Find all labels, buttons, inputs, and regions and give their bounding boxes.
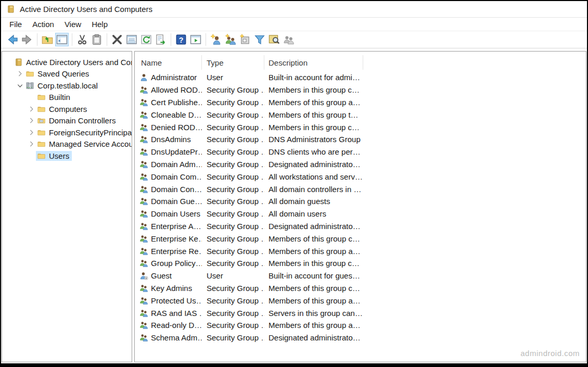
type-cell: Security Group … <box>202 259 264 268</box>
column-header-name[interactable]: Name <box>135 55 202 70</box>
table-row[interactable]: Enterprise Ke…Security Group …Members of… <box>135 232 586 245</box>
menu-view[interactable]: View <box>59 19 86 30</box>
table-row[interactable]: Protected Us…Security Group …Members of … <box>135 294 586 307</box>
column-header-description[interactable]: Description <box>264 55 363 70</box>
show-action-pane-button[interactable] <box>189 33 202 46</box>
table-row[interactable]: Read-only D…Security Group …Members of t… <box>135 319 586 332</box>
group-icon <box>139 222 148 231</box>
menu-action[interactable]: Action <box>27 19 59 30</box>
new-user-button[interactable] <box>209 33 223 46</box>
folder-icon <box>37 151 46 160</box>
new-ou-button[interactable] <box>238 33 252 46</box>
table-row[interactable]: Group Policy…Security Group …Members in … <box>135 257 586 270</box>
tree-item-computers[interactable]: Computers <box>2 103 132 115</box>
name-cell: Read-only D… <box>135 321 202 330</box>
group-icon <box>139 247 148 256</box>
tree-item-label-wrap: Computers <box>36 104 90 114</box>
folder-icon <box>37 128 46 137</box>
tree-item-foreignsecurityprincipals[interactable]: ForeignSecurityPrincipals <box>2 126 132 138</box>
paste-icon <box>91 33 103 46</box>
name-cell: Cert Publishe… <box>135 98 202 107</box>
column-header-type[interactable]: Type <box>202 55 264 70</box>
console-root-icon <box>14 58 23 67</box>
chevron-placeholder <box>4 58 13 66</box>
watermark: admindroid.com <box>520 349 580 358</box>
object-name: Domain Com… <box>151 172 202 181</box>
group-icon <box>139 185 148 194</box>
chevron-right-icon[interactable] <box>27 117 36 125</box>
table-row[interactable]: Domain Con…Security Group …All domain co… <box>135 183 586 195</box>
table-row[interactable]: Enterprise Re…Security Group …Members of… <box>135 245 586 257</box>
help-button[interactable]: ? <box>174 33 188 46</box>
tree-item-active-directory-users-and-comp[interactable]: Active Directory Users and Comp <box>2 56 132 68</box>
tree-item-users[interactable]: Users <box>2 150 132 162</box>
table-row[interactable]: Cloneable D…Security Group …Members of t… <box>135 108 586 121</box>
description-cell: All domain guests <box>264 197 488 206</box>
tree-item-saved-queries[interactable]: Saved Queries <box>2 68 132 80</box>
up-one-level-button[interactable] <box>41 33 54 46</box>
app-icon[interactable] <box>6 5 15 14</box>
tree-item-label: Managed Service Accoun <box>49 140 132 148</box>
table-row[interactable]: Domain Adm…Security Group …Designated ad… <box>135 158 586 171</box>
table-row[interactable]: RAS and IAS …Security Group …Servers in … <box>135 307 586 319</box>
table-row[interactable]: Allowed ROD…Security Group …Members in t… <box>135 84 586 96</box>
table-row[interactable]: Cert Publishe…Security Group …Members of… <box>135 96 586 109</box>
export-list-icon <box>155 33 167 46</box>
description-cell: Members of this group a… <box>264 98 488 107</box>
name-cell: Enterprise A… <box>135 222 202 231</box>
menu-help[interactable]: Help <box>86 19 113 30</box>
filter-button[interactable] <box>253 33 266 46</box>
tree-item-corp-testlab-local[interactable]: Corp.testlab.local <box>2 80 132 92</box>
export-list-button[interactable] <box>154 33 168 46</box>
object-name: Cert Publishe… <box>151 98 202 107</box>
table-row[interactable]: Denied ROD…Security Group …Members in th… <box>135 121 586 133</box>
forward-button[interactable] <box>20 33 34 46</box>
table-row[interactable]: Domain Com…Security Group …All workstati… <box>135 170 586 183</box>
show-console-tree-icon <box>56 33 68 46</box>
paste-button[interactable] <box>90 33 104 46</box>
tree-item-managed-service-accoun[interactable]: Managed Service Accoun <box>2 138 132 150</box>
results-list-panel: NameTypeDescription AdministratorUserBui… <box>134 51 586 362</box>
description-cell: Members of this group a… <box>264 247 488 256</box>
description-cell: All domain controllers in … <box>264 185 488 194</box>
table-row[interactable]: Enterprise A…Security Group …Designated … <box>135 220 586 233</box>
chevron-right-icon[interactable] <box>16 70 24 78</box>
table-row[interactable]: GuestUserBuilt-in account for gues… <box>135 270 586 282</box>
show-console-tree-button[interactable] <box>55 33 69 46</box>
cut-button[interactable] <box>75 33 89 46</box>
name-cell: DnsUpdatePr… <box>135 147 202 156</box>
name-cell: Domain Com… <box>135 172 202 181</box>
description-cell: All domain users <box>264 209 488 218</box>
tree-item-label: ForeignSecurityPrincipals <box>49 128 132 137</box>
chevron-right-icon[interactable] <box>27 105 36 113</box>
description-cell: Members of this group a… <box>264 296 488 305</box>
object-name: Domain Gue… <box>151 197 202 206</box>
table-row[interactable]: DnsUpdatePr…Security Group …DNS clients … <box>135 146 586 158</box>
table-row[interactable]: AdministratorUserBuilt-in account for ad… <box>135 71 586 84</box>
chevron-right-icon[interactable] <box>27 128 36 136</box>
name-cell: DnsAdmins <box>135 135 202 144</box>
name-cell: Domain Con… <box>135 185 202 194</box>
tree-item-builtin[interactable]: Builtin <box>2 92 132 104</box>
find-button[interactable] <box>267 33 281 46</box>
set-group-button[interactable] <box>282 33 296 46</box>
table-row[interactable]: Domain UsersSecurity Group …All domain u… <box>135 208 586 220</box>
filter-icon <box>253 33 266 46</box>
chevron-right-icon[interactable] <box>27 140 36 148</box>
delete-button[interactable] <box>110 33 124 46</box>
description-cell: Servers in this group can… <box>264 309 488 318</box>
chevron-down-icon[interactable] <box>16 81 24 90</box>
properties-button[interactable] <box>125 33 138 46</box>
tree-item-domain-controllers[interactable]: Domain Controllers <box>2 115 132 127</box>
table-row[interactable]: DnsAdminsSecurity Group …DNS Administrat… <box>135 133 586 146</box>
table-row[interactable]: Domain Gue…Security Group …All domain gu… <box>135 195 586 208</box>
help-icon: ? <box>175 33 187 46</box>
refresh-button[interactable] <box>139 33 153 46</box>
table-row[interactable]: Schema Adm…Security Group …Designated ad… <box>135 332 586 344</box>
menu-file[interactable]: File <box>4 19 27 30</box>
object-name: Enterprise Ke… <box>151 234 202 243</box>
type-cell: Security Group … <box>202 321 264 330</box>
new-group-button[interactable] <box>224 33 237 46</box>
back-button[interactable] <box>6 33 19 46</box>
table-row[interactable]: Key AdminsSecurity Group …Members of thi… <box>135 282 586 295</box>
